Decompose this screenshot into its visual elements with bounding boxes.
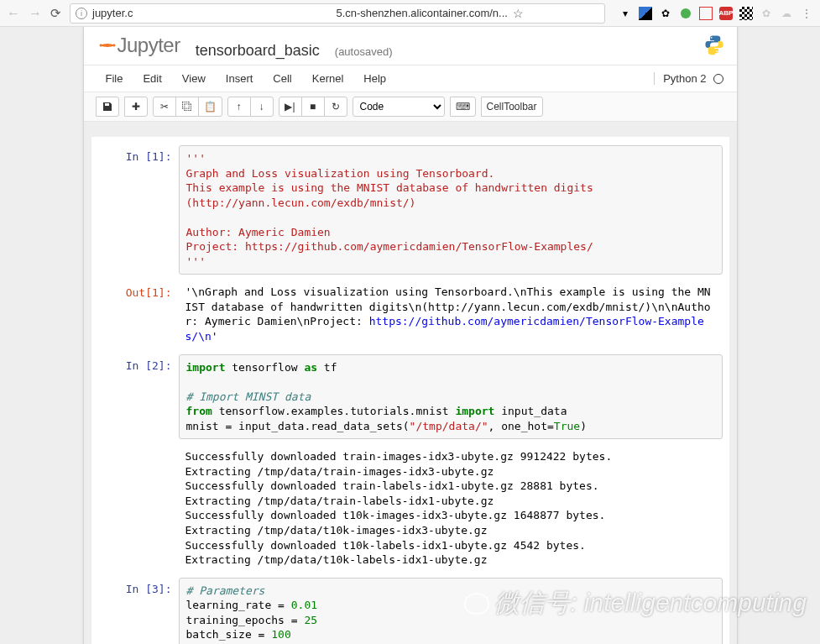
jupyter-logo[interactable]: Jupyter [96, 34, 180, 57]
in-prompt: In [2]: [98, 354, 179, 440]
celltoolbar-button[interactable]: CellToolbar [481, 97, 543, 117]
kernel-name: Python 2 [663, 72, 706, 85]
pocket-icon[interactable]: ▾ [619, 7, 632, 20]
qr-icon[interactable] [739, 7, 753, 20]
move-down-button[interactable]: ↓ [250, 97, 274, 117]
notebook-container: Jupyter tensorboard_basic (autosaved) Fi… [83, 27, 738, 644]
page: Jupyter tensorboard_basic (autosaved) Fi… [0, 27, 820, 644]
menu-view[interactable]: View [172, 69, 216, 88]
url-text-suffix: 5.cn-shenzhen.alicontainer.com/n... [336, 7, 508, 19]
cut-button[interactable]: ✂ [153, 97, 176, 117]
notebook-name[interactable]: tensorboard_basic [196, 42, 320, 60]
stop-button[interactable]: ■ [301, 97, 325, 117]
in-prompt: In [1]: [98, 145, 179, 275]
in-prompt: In [3]: [98, 578, 179, 644]
site-info-icon[interactable]: i [76, 8, 87, 19]
code-input[interactable]: import tensorflow as tf # Import MINST d… [179, 354, 723, 440]
notebook-header: Jupyter tensorboard_basic (autosaved) [84, 27, 737, 65]
code-cell[interactable]: In [3]: # Parameters learning_rate = 0.0… [98, 578, 723, 644]
jupyter-logo-icon [96, 35, 116, 55]
toolbar: ✚ ✂ ⿻ 📋 ↑ ↓ ▶| ■ ↻ Code ⌨ CellToolbar [84, 92, 737, 122]
code-input[interactable]: ''' Graph and Loss visualization using T… [179, 145, 723, 275]
browser-toolbar: ← → ⟳ i jupyter.c 5.cn-shenzhen.aliconta… [0, 0, 820, 27]
extensions-tray: ▾ ✿ ABP ✿ ☁ ⋮ [614, 7, 813, 20]
stream-output: Successfully downloaded train-images-idx… [179, 446, 723, 570]
menu-edit[interactable]: Edit [133, 69, 171, 88]
notebook-body: In [1]: ''' Graph and Loss visualization… [84, 122, 737, 644]
chrome-menu-icon[interactable]: ⋮ [800, 7, 813, 20]
code-cell[interactable]: In [2]: import tensorflow as tf # Import… [98, 354, 723, 440]
command-palette-button[interactable]: ⌨ [450, 97, 476, 117]
menu-kernel[interactable]: Kernel [302, 69, 354, 88]
menu-bar: File Edit View Insert Cell Kernel Help P… [84, 65, 737, 92]
reload-button[interactable]: ⟳ [50, 6, 61, 21]
out-prompt: Out[1]: [98, 281, 179, 347]
move-up-button[interactable]: ↑ [227, 97, 251, 117]
adblock-icon[interactable]: ABP [719, 7, 733, 20]
ext-icon-gray1[interactable]: ✿ [760, 7, 773, 20]
output-row: Successfully downloaded train-images-idx… [98, 446, 723, 570]
kernel-status-icon [713, 74, 723, 84]
output-row: Out[1]: '\nGraph and Loss visualization … [98, 281, 723, 347]
run-button[interactable]: ▶| [279, 97, 302, 117]
bookmark-star-icon[interactable]: ☆ [513, 7, 524, 20]
menu-file[interactable]: File [96, 69, 133, 88]
address-bar[interactable]: i jupyter.c 5.cn-shenzhen.alicontainer.c… [70, 3, 605, 24]
code-cell[interactable]: In [1]: ''' Graph and Loss visualization… [98, 145, 723, 275]
kernel-indicator[interactable]: Python 2 [654, 72, 724, 85]
code-input[interactable]: # Parameters learning_rate = 0.01 traini… [179, 578, 723, 644]
ext-icon-1[interactable]: ✿ [659, 7, 672, 20]
text-output: '\nGraph and Loss visualization using Te… [179, 281, 723, 347]
paste-button[interactable]: 📋 [198, 97, 222, 117]
ext-icon-green[interactable] [679, 7, 692, 20]
menu-insert[interactable]: Insert [216, 69, 264, 88]
empty-prompt [98, 446, 179, 570]
restart-button[interactable]: ↻ [324, 97, 347, 117]
back-button[interactable]: ← [7, 6, 20, 21]
save-button[interactable] [96, 97, 119, 117]
add-cell-button[interactable]: ✚ [124, 97, 148, 117]
autosave-status: (autosaved) [335, 45, 393, 58]
url-masked [138, 8, 331, 19]
delicious-icon[interactable] [639, 7, 652, 20]
url-text-prefix: jupyter.c [92, 7, 133, 19]
cell-type-select[interactable]: Code [353, 97, 445, 117]
ext-icon-box[interactable] [699, 7, 713, 20]
menu-cell[interactable]: Cell [263, 69, 301, 88]
copy-button[interactable]: ⿻ [175, 97, 199, 117]
jupyter-logo-text: Jupyter [118, 34, 180, 57]
python-logo-icon [703, 34, 725, 58]
ext-icon-gray2[interactable]: ☁ [780, 7, 793, 20]
forward-button[interactable]: → [29, 6, 42, 21]
menu-help[interactable]: Help [353, 69, 396, 88]
